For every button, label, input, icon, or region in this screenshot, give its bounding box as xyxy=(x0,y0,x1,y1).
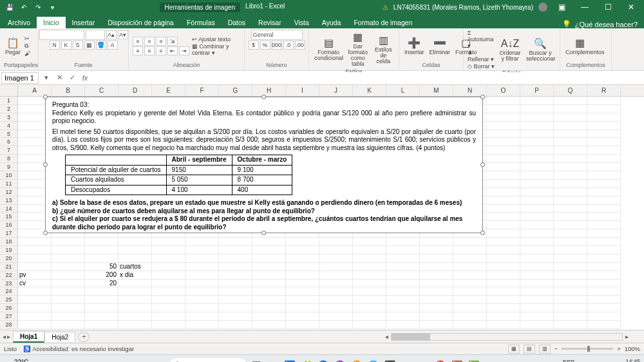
cell[interactable] xyxy=(52,304,85,312)
qat-dropdown-icon[interactable]: ▾ xyxy=(46,2,58,12)
cell[interactable] xyxy=(286,312,319,321)
cell[interactable] xyxy=(554,171,587,180)
namebox-dropdown-icon[interactable]: ▾ xyxy=(41,72,52,84)
row-header-9[interactable]: 9 xyxy=(0,163,18,171)
cell[interactable] xyxy=(487,180,520,188)
cell[interactable] xyxy=(520,138,554,146)
addins-button[interactable]: ▦Complementos xyxy=(564,35,595,57)
cell[interactable] xyxy=(554,130,587,138)
row-header-25[interactable]: 25 xyxy=(0,296,18,304)
row-header-16[interactable]: 16 xyxy=(0,221,18,229)
cell[interactable] xyxy=(520,205,554,213)
cell[interactable] xyxy=(152,246,185,254)
cell[interactable] xyxy=(386,271,420,280)
cell[interactable] xyxy=(185,287,219,296)
row-header-8[interactable]: 8 xyxy=(0,155,18,163)
cell[interactable] xyxy=(85,238,118,246)
cell[interactable] xyxy=(286,296,319,304)
cell[interactable] xyxy=(152,312,185,321)
cell[interactable] xyxy=(319,296,353,304)
cell[interactable] xyxy=(420,304,453,312)
col-Q[interactable]: Q xyxy=(554,85,587,96)
cell[interactable] xyxy=(52,254,85,263)
cell[interactable] xyxy=(520,312,554,321)
increase-font-icon[interactable]: A▴ xyxy=(106,30,117,39)
cell[interactable] xyxy=(18,246,52,254)
tab-ayuda[interactable]: Ayuda xyxy=(316,17,348,28)
tab-formato-imagen[interactable]: Formato de imagen xyxy=(347,17,419,28)
row-header-20[interactable]: 20 xyxy=(0,254,18,263)
cell[interactable] xyxy=(487,205,520,213)
cancel-formula-icon[interactable]: ✕ xyxy=(54,72,64,84)
dec-dec-icon[interactable]: .00 xyxy=(295,41,305,50)
font-size[interactable] xyxy=(86,30,105,40)
cell[interactable] xyxy=(587,188,621,196)
cell[interactable] xyxy=(219,287,252,296)
cell[interactable] xyxy=(286,287,319,296)
paste-button[interactable]: 📋Pegar xyxy=(4,35,22,57)
cell[interactable] xyxy=(520,196,554,205)
cell[interactable] xyxy=(587,287,621,296)
zoom-slider[interactable] xyxy=(562,348,613,350)
clear-button[interactable]: ◇ Borrar ▾ xyxy=(468,63,495,70)
cell[interactable] xyxy=(520,287,554,296)
sheet-first-icon[interactable]: ◂ xyxy=(3,333,6,340)
cell[interactable] xyxy=(353,312,386,321)
cell[interactable] xyxy=(520,229,554,238)
cell[interactable] xyxy=(487,254,520,263)
cell[interactable] xyxy=(185,321,219,329)
cell[interactable] xyxy=(353,246,386,254)
cut-icon[interactable]: ✂ xyxy=(24,35,30,42)
col-L[interactable]: L xyxy=(386,85,420,96)
font-select[interactable] xyxy=(39,30,84,40)
task-view-icon[interactable]: 🗔 xyxy=(249,358,263,363)
cell[interactable] xyxy=(85,312,118,321)
cell[interactable] xyxy=(420,321,453,329)
cell[interactable] xyxy=(52,321,85,329)
cell[interactable] xyxy=(152,254,185,263)
row-header-26[interactable]: 26 xyxy=(0,304,18,312)
cell[interactable] xyxy=(487,188,520,196)
percent-icon[interactable]: % xyxy=(260,41,270,50)
copy-icon[interactable]: ⧉ xyxy=(24,43,30,50)
resize-handle-tl[interactable] xyxy=(43,95,48,99)
cell[interactable] xyxy=(252,263,286,271)
app-icon-6[interactable]: ⬛ xyxy=(383,358,397,363)
cell[interactable] xyxy=(386,238,420,246)
tellme-box[interactable]: 💡 ¿Qué desea hacer? xyxy=(562,20,644,28)
cell[interactable] xyxy=(554,105,587,113)
cell[interactable] xyxy=(587,97,621,105)
cell[interactable] xyxy=(587,138,621,146)
resize-handle-br[interactable] xyxy=(480,231,485,235)
decrease-font-icon[interactable]: A▾ xyxy=(118,30,128,39)
cell[interactable] xyxy=(252,271,286,280)
avatar[interactable] xyxy=(538,3,547,12)
row-header-28[interactable]: 28 xyxy=(0,321,18,329)
row-header-13[interactable]: 13 xyxy=(0,196,18,205)
cell[interactable] xyxy=(554,122,587,130)
cell[interactable] xyxy=(420,287,453,296)
cell[interactable] xyxy=(587,205,621,213)
resize-handle-bm[interactable] xyxy=(261,231,266,235)
zoom-value[interactable]: 100% xyxy=(625,345,640,352)
cell[interactable] xyxy=(487,238,520,246)
cell[interactable] xyxy=(554,146,587,155)
cell[interactable] xyxy=(487,213,520,221)
cell[interactable] xyxy=(487,97,520,105)
cell[interactable] xyxy=(453,271,487,280)
bold-icon[interactable]: N xyxy=(50,41,60,50)
cell[interactable] xyxy=(353,287,386,296)
maximize-button[interactable]: ☐ xyxy=(599,1,617,13)
hscrollbar[interactable] xyxy=(391,333,623,341)
cell[interactable] xyxy=(520,171,554,180)
row-header-5[interactable]: 5 xyxy=(0,130,18,138)
find-button[interactable]: 🔍Buscar y seleccionar xyxy=(525,36,556,63)
sheet-tab-hoja1[interactable]: Hoja1 xyxy=(13,331,44,343)
cell[interactable] xyxy=(487,163,520,171)
cell[interactable] xyxy=(353,280,386,288)
col-K[interactable]: K xyxy=(353,85,386,96)
cell[interactable] xyxy=(587,221,621,229)
cell[interactable] xyxy=(52,271,85,280)
indent-inc-icon[interactable]: ⇥ xyxy=(179,46,189,55)
cell[interactable] xyxy=(487,155,520,163)
